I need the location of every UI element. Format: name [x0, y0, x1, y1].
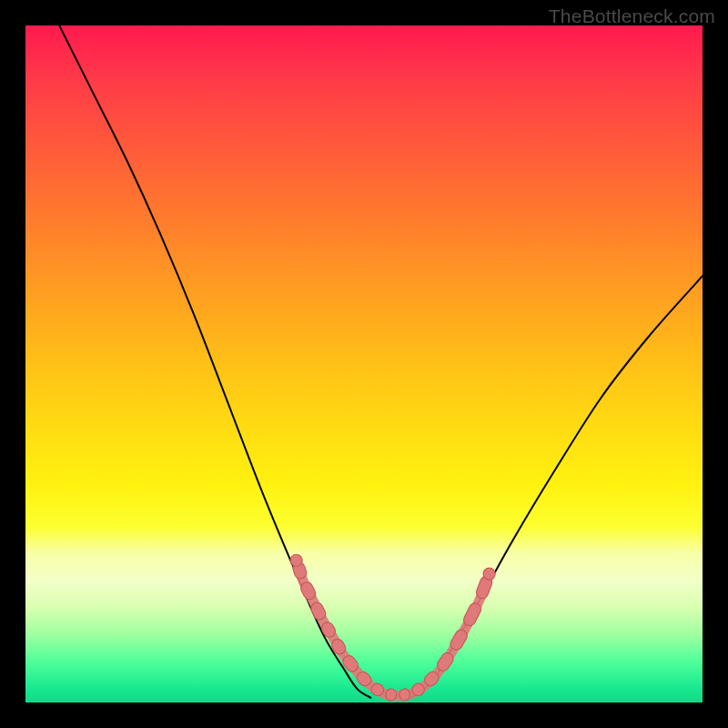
- bead-end: [290, 554, 302, 566]
- bead-end: [483, 568, 495, 580]
- plot-svg: [25, 25, 703, 703]
- bead: [461, 602, 482, 628]
- bead-band: [290, 554, 495, 701]
- watermark-text: TheBottleneck.com: [549, 5, 715, 27]
- plot-area: [25, 25, 703, 703]
- chart-frame: TheBottleneck.com: [0, 0, 728, 728]
- curve-left: [59, 25, 370, 698]
